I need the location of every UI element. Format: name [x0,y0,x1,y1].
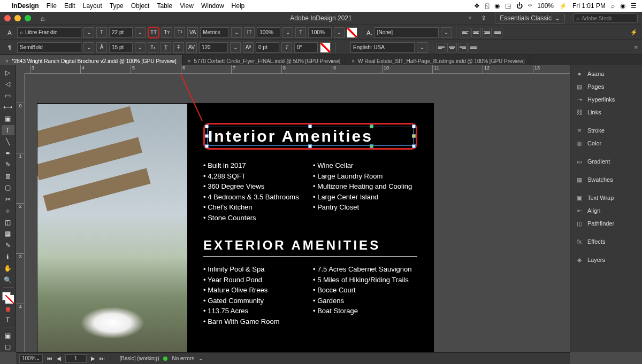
paragraph-mode-icon[interactable]: ¶ [4,44,15,51]
preflight-dropdown-icon[interactable]: ⌄ [198,355,203,361]
panel-color[interactable]: ◍Color [570,137,642,150]
view-mode-preview[interactable]: ▢ [2,342,14,352]
content-collector-tool[interactable]: ▣ [2,113,14,124]
menu-type[interactable]: Type [110,2,124,10]
canvas[interactable]: Interior Amenities • Built in 2017• 4,28… [25,74,570,352]
panel-layers[interactable]: ◈Layers [570,253,642,266]
sound-icon[interactable]: ⏻ [516,2,523,10]
character-mode-icon[interactable]: A [4,29,15,36]
justify-all-button[interactable] [469,43,478,52]
preflight-preset[interactable]: [Basic] (working) [120,355,159,361]
leading-field[interactable]: 15 pt [109,42,133,53]
evernote-icon[interactable]: ❖ [474,2,480,10]
gap-tool[interactable]: ⟷ [2,102,14,113]
pencil-tool[interactable]: ✎ [2,159,14,170]
underline-button[interactable]: T [160,42,171,53]
quick-apply-icon[interactable]: ⚡ [630,29,638,36]
menu-view[interactable]: View [180,2,194,10]
vscale-dropdown[interactable]: ⌄ [282,27,293,38]
app-menu[interactable]: InDesign [12,2,39,10]
small-caps-button[interactable]: Tᴛ [162,27,172,38]
status-icon[interactable]: ◉ [494,2,500,10]
rectangle-tool[interactable]: ▢ [2,182,14,193]
justify-button[interactable] [493,28,502,37]
tracking-field[interactable]: 120 [199,42,228,53]
type-tool[interactable]: T [2,125,14,136]
language-dropdown[interactable]: ⌄ [417,42,427,53]
eyedropper-tool[interactable]: ℹ [2,252,14,262]
hscale-field[interactable]: 100% [308,27,332,38]
pen-tool[interactable]: ✒ [2,148,14,159]
page-tool[interactable]: ▭ [2,90,14,101]
hand-tool[interactable]: ✋ [2,263,14,274]
apply-none-button[interactable]: T [2,315,14,326]
vscale-field[interactable]: 100% [257,27,280,38]
menu-layout[interactable]: Layout [83,2,102,10]
menu-window[interactable]: Window [201,2,224,10]
scissors-tool[interactable]: ✂ [2,194,14,205]
page-nav-next-icon[interactable]: ▶ [91,355,95,361]
menu-file[interactable]: File [47,2,57,10]
adobe-stock-search[interactable]: ⌕ Adobe Stock [574,13,638,23]
free-transform-tool[interactable]: ⟐ [2,206,14,216]
panel-hyperlinks[interactable]: ⇢Hyperlinks [570,93,642,106]
all-caps-button[interactable]: TT [148,27,159,38]
font-family-dropdown[interactable]: ⌄ [83,27,94,38]
home-icon[interactable]: ⌂ [41,14,45,22]
horizontal-ruler[interactable]: 345678910111213 [25,65,570,74]
page-field[interactable]: 1 [65,354,87,363]
direct-selection-tool[interactable]: ◁ [2,79,14,90]
line-tool[interactable]: ╲ [2,136,14,147]
panel-align[interactable]: ⇤Align [570,204,642,217]
selection-tool[interactable]: ▷ [2,67,14,78]
tracking-dropdown[interactable]: ⌄ [230,42,241,53]
panel-pages[interactable]: ▤Pages [570,80,642,93]
justify-right-button[interactable] [458,43,468,52]
align-right-button[interactable] [482,28,492,37]
stroke-swatch[interactable] [320,42,331,53]
panel-asana[interactable]: ●Asana [570,67,642,80]
language-field[interactable]: English: USA [350,42,415,53]
align-left-button[interactable] [461,28,470,37]
panel-links[interactable]: ⛓Links [570,106,642,119]
note-tool[interactable]: ✎ [2,240,14,251]
menu-help[interactable]: Help [232,2,245,10]
zoom-tool[interactable]: 🔍 [2,275,14,285]
hscale-dropdown[interactable]: ⌄ [334,27,345,38]
hint-icon[interactable]: ♀ [468,14,472,22]
close-tab-icon[interactable]: × [351,58,355,64]
share-icon[interactable]: ⇪ [481,14,486,22]
strikethrough-button[interactable]: T [173,42,184,53]
clock[interactable]: Fri 1:01 PM [572,2,606,10]
workspace-switcher[interactable]: Essentials Classic ⌄ [495,13,565,24]
apply-color-button[interactable]: ◼ [2,304,14,314]
font-size-field[interactable]: 22 pt [109,27,133,38]
page-nav-first-icon[interactable]: ⏮ [47,355,52,361]
fill-swatch[interactable] [347,27,357,38]
leading-dropdown[interactable]: ⌄ [135,42,146,53]
menu-edit[interactable]: Edit [64,2,75,10]
control-center-icon[interactable]: ☰ [631,2,637,10]
align-center-button[interactable] [471,28,481,37]
font-style-field[interactable]: SemiBold [17,42,81,53]
skew-field[interactable]: 0° [294,42,318,53]
spotlight-icon[interactable]: ⌕ [611,2,615,10]
battery-icon[interactable]: ⚡ [559,2,567,10]
vertical-ruler[interactable]: 01234 [16,74,25,352]
panel-swatches[interactable]: ▦Swatches [570,173,642,186]
panel-pathfinder[interactable]: ◫Pathfinder [570,217,642,230]
menu-object[interactable]: Object [131,2,150,10]
fill-stroke-swatch[interactable] [2,292,14,303]
siri-icon[interactable]: ◉ [620,2,625,10]
view-mode-normal[interactable]: ▣ [2,330,14,341]
minimize-window-button[interactable] [14,15,21,21]
zoom-field[interactable]: 100% ⌄ [19,354,43,363]
char-style-field[interactable]: [None] [374,27,439,38]
close-tab-icon[interactable]: × [188,58,191,64]
justify-left-button[interactable] [437,43,446,52]
close-window-button[interactable] [4,15,11,21]
menu-table[interactable]: Table [157,2,172,10]
selected-text-frame[interactable]: Interior Amenities [203,123,417,150]
subscript-button[interactable]: T₁ [148,42,158,53]
justify-center-button[interactable] [447,43,457,52]
